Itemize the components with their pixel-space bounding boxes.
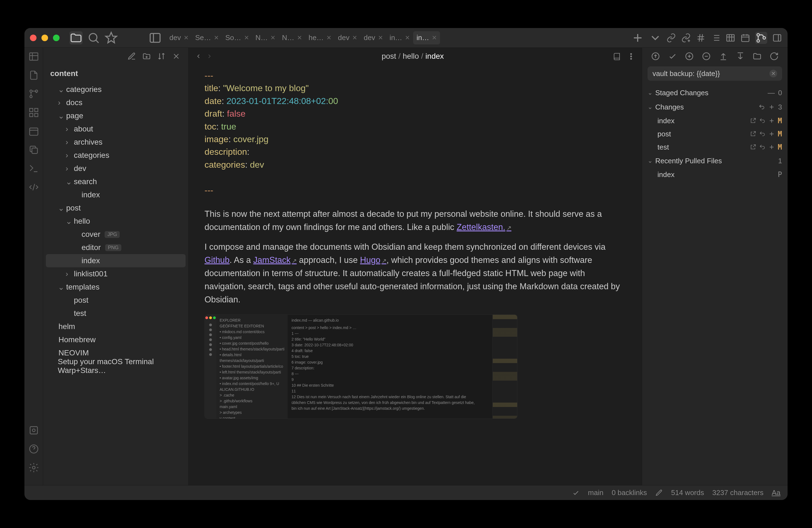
tree-folder[interactable]: ⌄post xyxy=(46,202,186,215)
tree-file[interactable]: index xyxy=(46,254,186,267)
collapse-icon[interactable] xyxy=(172,52,180,61)
backlinks-count[interactable]: 0 backlinks xyxy=(612,488,647,497)
hugo-link[interactable]: Hugo xyxy=(360,255,387,265)
open-file-icon[interactable] xyxy=(750,131,756,137)
new-tab-icon[interactable] xyxy=(631,31,644,44)
undo-file-icon[interactable] xyxy=(759,144,766,150)
file-icon[interactable] xyxy=(28,70,39,81)
tree-file[interactable]: coverJPG xyxy=(46,228,186,241)
tree-file[interactable]: test xyxy=(46,307,186,320)
jamstack-link[interactable]: JamStack xyxy=(253,255,297,265)
editor-tab[interactable]: So…✕ xyxy=(222,31,252,44)
editor-tab[interactable]: N…✕ xyxy=(252,31,279,44)
sync-check-icon[interactable] xyxy=(572,489,580,497)
editor-tab[interactable]: he…✕ xyxy=(305,31,335,44)
github-link[interactable]: Github xyxy=(204,255,230,265)
tree-file[interactable]: Setup your macOS Terminal Warp+Stars… xyxy=(46,360,186,373)
undo-icon[interactable] xyxy=(758,104,765,110)
git-icon[interactable] xyxy=(755,32,767,44)
git-upload-icon[interactable] xyxy=(651,52,660,61)
list-icon[interactable] xyxy=(711,33,721,43)
spreadsheet-icon[interactable] xyxy=(28,51,39,62)
tree-folder[interactable]: ⌄page xyxy=(46,109,186,122)
calendar-icon[interactable] xyxy=(740,33,750,43)
editor-tab[interactable]: dev✕ xyxy=(360,31,386,44)
git-recent-file[interactable]: indexP xyxy=(648,168,782,181)
tree-folder[interactable]: ⌄hello xyxy=(46,215,186,228)
branch-name[interactable]: main xyxy=(588,488,604,497)
tree-file[interactable]: index xyxy=(46,188,186,202)
vault-icon[interactable] xyxy=(28,425,39,436)
editor-content[interactable]: --- title: "Welcome to my blog" date: 20… xyxy=(189,65,642,485)
grid-icon[interactable] xyxy=(28,107,39,118)
undo-file-icon[interactable] xyxy=(759,117,766,124)
git-changed-file[interactable]: index M xyxy=(648,114,782,127)
git-unstage-icon[interactable] xyxy=(702,52,711,61)
editor-tab[interactable]: Se…✕ xyxy=(192,31,222,44)
font-toggle[interactable]: Aa xyxy=(772,488,780,497)
terminal-icon[interactable] xyxy=(28,163,39,174)
editor-tab[interactable]: in…✕ xyxy=(413,31,440,44)
close-tab-icon[interactable]: ✕ xyxy=(327,34,331,41)
tree-folder[interactable]: ›docs xyxy=(46,96,186,109)
star-icon[interactable] xyxy=(105,31,118,44)
close-tab-icon[interactable]: ✕ xyxy=(297,34,302,41)
open-file-icon[interactable] xyxy=(750,117,756,124)
commit-message-input[interactable]: vault backup: {{date}} ✕ xyxy=(648,67,782,81)
changes-header[interactable]: ⌄Changes 3 xyxy=(648,100,782,114)
nav-forward-icon[interactable] xyxy=(206,52,213,61)
more-icon[interactable] xyxy=(627,51,635,61)
new-note-icon[interactable] xyxy=(127,52,136,61)
git-folder-icon[interactable] xyxy=(752,52,762,61)
nav-back-icon[interactable] xyxy=(195,52,202,61)
copy-icon[interactable] xyxy=(28,144,39,155)
git-changed-file[interactable]: test M xyxy=(648,141,782,154)
stage-file-icon[interactable] xyxy=(768,144,775,150)
git-changed-file[interactable]: post M xyxy=(648,127,782,141)
search-icon[interactable] xyxy=(87,31,100,44)
recent-pulled-header[interactable]: ⌄Recently Pulled Files 1 xyxy=(648,154,782,168)
editor-tab[interactable]: N…✕ xyxy=(279,31,305,44)
help-icon[interactable] xyxy=(28,443,39,454)
editor-tab[interactable]: in…✕ xyxy=(386,31,413,44)
git-refresh-icon[interactable] xyxy=(769,52,779,61)
new-folder-icon[interactable] xyxy=(142,52,151,61)
close-tab-icon[interactable]: ✕ xyxy=(214,34,219,41)
close-tab-icon[interactable]: ✕ xyxy=(244,34,249,41)
calendar-side-icon[interactable] xyxy=(28,126,39,137)
code-icon[interactable] xyxy=(28,182,39,193)
close-window[interactable] xyxy=(30,34,37,41)
tree-folder[interactable]: ⌄categories xyxy=(46,83,186,96)
git-check-icon[interactable] xyxy=(668,52,677,61)
link-plus-icon[interactable] xyxy=(681,33,691,43)
tree-folder[interactable]: ›about xyxy=(46,122,186,135)
reading-mode-icon[interactable] xyxy=(613,51,621,61)
branch-icon[interactable] xyxy=(28,88,39,99)
tree-file[interactable]: editorPNG xyxy=(46,241,186,254)
tree-file[interactable]: helm xyxy=(46,320,186,333)
clear-commit-icon[interactable]: ✕ xyxy=(769,70,777,77)
close-tab-icon[interactable]: ✕ xyxy=(378,34,383,41)
git-push-icon[interactable] xyxy=(719,52,728,61)
tree-folder[interactable]: ⌄search xyxy=(46,175,186,188)
close-tab-icon[interactable]: ✕ xyxy=(271,34,275,41)
open-file-icon[interactable] xyxy=(750,144,756,150)
stage-file-icon[interactable] xyxy=(768,131,775,137)
close-tab-icon[interactable]: ✕ xyxy=(432,34,437,41)
plus-icon[interactable] xyxy=(768,104,775,110)
right-panel-icon[interactable] xyxy=(772,33,782,43)
git-stage-icon[interactable] xyxy=(685,52,694,61)
link-icon[interactable] xyxy=(666,33,676,43)
editor-tab[interactable]: dev✕ xyxy=(166,31,192,44)
sort-icon[interactable] xyxy=(157,52,166,61)
breadcrumb[interactable]: post/hello/index xyxy=(218,52,607,61)
tree-folder[interactable]: ›archives xyxy=(46,135,186,149)
close-tab-icon[interactable]: ✕ xyxy=(184,34,189,41)
open-folder-icon[interactable] xyxy=(70,31,83,44)
tree-folder[interactable]: ›linklist001 xyxy=(46,267,186,280)
settings-icon[interactable] xyxy=(28,462,39,473)
zettelkasten-link[interactable]: Zettelkasten. xyxy=(456,222,511,232)
table-icon[interactable] xyxy=(726,33,736,43)
edit-icon[interactable] xyxy=(655,489,663,497)
tab-menu-icon[interactable] xyxy=(649,31,662,44)
